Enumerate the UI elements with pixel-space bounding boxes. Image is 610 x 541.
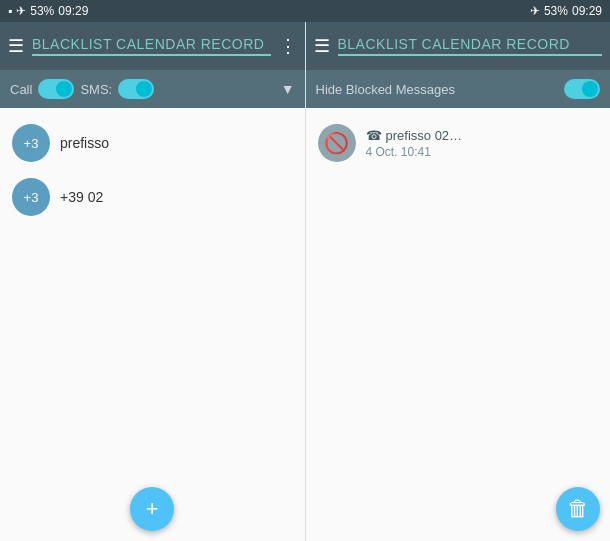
time-left: 09:29 xyxy=(58,4,88,18)
filter-bar-left: Call SMS: ▼ xyxy=(0,70,305,108)
dropdown-arrow[interactable]: ▼ xyxy=(281,81,295,97)
avatar-2: +3 xyxy=(12,178,50,216)
menu-icon-left[interactable]: ☰ xyxy=(8,35,24,57)
app-title-right: BLACKLIST CALENDAR RECORD xyxy=(338,36,603,56)
list-item[interactable]: +3 prefisso xyxy=(8,116,297,170)
app-bar-right: ☰ BLACKLIST CALENDAR RECORD xyxy=(306,22,611,70)
fab-area-right: 🗑 xyxy=(306,481,611,541)
blocked-call-item[interactable]: 🚫 ☎ prefisso 02… 4 Oct. 10:41 xyxy=(314,116,603,170)
airplane-icon: ✈ xyxy=(16,4,26,18)
blocked-icon: 🚫 xyxy=(318,124,356,162)
phone-icon: ☎ xyxy=(366,128,382,143)
hide-toggle[interactable] xyxy=(564,79,600,99)
call-toggle[interactable] xyxy=(38,79,74,99)
avatar-1: +3 xyxy=(12,124,50,162)
call-label: Call xyxy=(10,82,32,97)
app-bar-left: ☰ BLACKLIST CALENDAR RECORD ⋮ xyxy=(0,22,305,70)
call-toggle-knob xyxy=(56,81,72,97)
filter-bar-right: Hide Blocked Messages xyxy=(306,70,611,108)
menu-icon-right[interactable]: ☰ xyxy=(314,35,330,57)
time-right: 09:29 xyxy=(572,4,602,18)
call-number: ☎ prefisso 02… xyxy=(366,128,463,143)
sms-toggle-knob xyxy=(136,81,152,97)
call-date: 4 Oct. 10:41 xyxy=(366,145,463,159)
fab-area-left: + xyxy=(0,481,305,541)
status-bar: ▪ ✈ 53% 09:29 ✈ 53% 09:29 xyxy=(0,0,610,22)
airplane-icon-right: ✈ xyxy=(530,4,540,18)
battery-right: 53% xyxy=(544,4,568,18)
sms-label: SMS: xyxy=(80,82,112,97)
list-item-2[interactable]: +3 +39 02 xyxy=(8,170,297,224)
panel-left: ☰ BLACKLIST CALENDAR RECORD ⋮ Call SMS: … xyxy=(0,22,305,541)
item-text-2: +39 02 xyxy=(60,189,103,205)
sim-icon: ▪ xyxy=(8,4,12,18)
more-icon-left[interactable]: ⋮ xyxy=(279,35,297,57)
status-bar-right: ✈ 53% 09:29 xyxy=(530,4,602,18)
call-info: ☎ prefisso 02… 4 Oct. 10:41 xyxy=(366,128,463,159)
delete-button[interactable]: 🗑 xyxy=(556,487,600,531)
status-bar-left: ▪ ✈ 53% 09:29 xyxy=(8,4,88,18)
app-title-left: BLACKLIST CALENDAR RECORD xyxy=(32,36,271,56)
add-button[interactable]: + xyxy=(130,487,174,531)
panel-right: ☰ BLACKLIST CALENDAR RECORD Hide Blocked… xyxy=(305,22,611,541)
hide-toggle-knob xyxy=(582,81,598,97)
battery-left: 53% xyxy=(30,4,54,18)
hide-label: Hide Blocked Messages xyxy=(316,82,557,97)
list-area-left: +3 prefisso +3 +39 02 xyxy=(0,108,305,481)
item-text-1: prefisso xyxy=(60,135,109,151)
sms-toggle[interactable] xyxy=(118,79,154,99)
list-area-right: 🚫 ☎ prefisso 02… 4 Oct. 10:41 xyxy=(306,108,611,481)
